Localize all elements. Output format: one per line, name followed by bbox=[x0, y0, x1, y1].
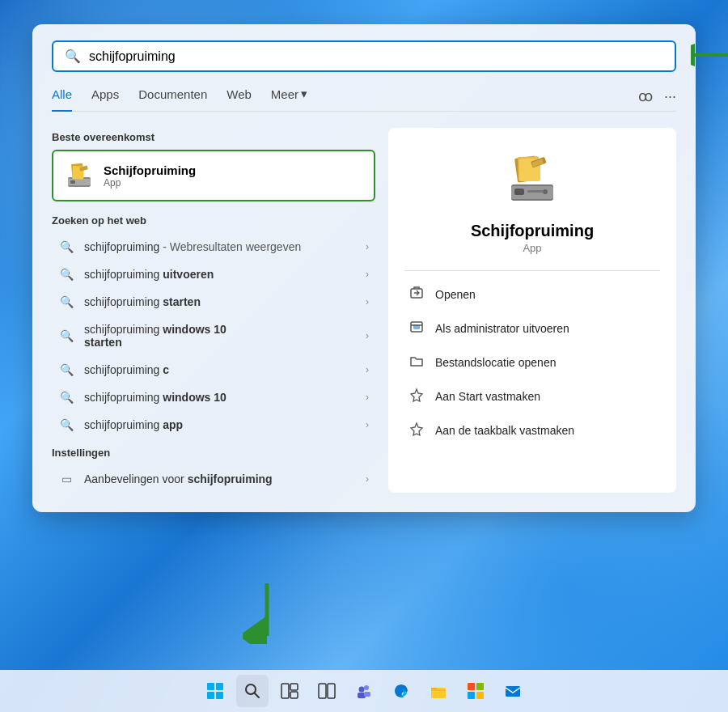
svg-rect-37 bbox=[364, 692, 370, 697]
pin-start-icon bbox=[408, 388, 425, 405]
list-item[interactable]: 🔍 schijfopruiming windows 10 › bbox=[52, 384, 375, 411]
taskbar-task-view[interactable] bbox=[273, 675, 306, 707]
search-input[interactable] bbox=[89, 49, 663, 64]
nav-tabs: Alle Apps Documenten Web Meer ▾ ꝏ ··· bbox=[52, 87, 676, 112]
taskbar-mail[interactable] bbox=[497, 675, 529, 707]
svg-rect-33 bbox=[328, 684, 335, 698]
svg-rect-31 bbox=[290, 692, 298, 698]
svg-rect-29 bbox=[281, 684, 289, 698]
action-open[interactable]: Openen bbox=[404, 278, 660, 312]
tab-apps[interactable]: Apps bbox=[91, 87, 119, 106]
action-pin-start[interactable]: Aan Start vastmaken bbox=[404, 379, 660, 413]
search-small-icon: 🔍 bbox=[58, 268, 74, 281]
more-options-icon[interactable]: ··· bbox=[664, 88, 676, 105]
nav-right-actions: ꝏ ··· bbox=[638, 87, 676, 105]
chevron-right-icon: › bbox=[366, 419, 369, 430]
tab-documenten[interactable]: Documenten bbox=[138, 87, 207, 106]
list-item[interactable]: 🔍 schijfopruiming - Webresultaten weerge… bbox=[52, 233, 375, 261]
taskbar-edge[interactable] bbox=[385, 675, 417, 707]
app-icon-small bbox=[65, 161, 94, 190]
settings-section: Instellingen ▭ Aanbevelingen voor schijf… bbox=[52, 447, 375, 493]
svg-rect-23 bbox=[207, 683, 214, 690]
search-small-icon: 🔍 bbox=[58, 418, 74, 431]
tab-alle[interactable]: Alle bbox=[52, 87, 72, 106]
search-box-container: 🔍 bbox=[52, 40, 676, 72]
share-icon[interactable]: ꝏ bbox=[638, 87, 653, 105]
svg-rect-4 bbox=[70, 180, 75, 184]
svg-rect-30 bbox=[290, 684, 298, 690]
action-admin[interactable]: Als administrator uitvoeren bbox=[404, 312, 660, 345]
chevron-right-icon: › bbox=[366, 392, 369, 403]
chevron-right-icon: › bbox=[366, 269, 369, 280]
search-small-icon: 🔍 bbox=[58, 391, 74, 404]
search-icon: 🔍 bbox=[65, 49, 81, 64]
svg-line-28 bbox=[255, 693, 260, 698]
app-icon-large bbox=[500, 147, 565, 212]
chevron-right-icon: › bbox=[366, 241, 369, 252]
left-panel: Beste overeenkomst bbox=[52, 128, 375, 493]
action-open-label: Openen bbox=[435, 288, 476, 301]
taskbar-snap-layouts[interactable] bbox=[311, 675, 343, 707]
right-panel-app-type: App bbox=[523, 242, 541, 254]
svg-rect-25 bbox=[207, 692, 214, 699]
chevron-right-icon: › bbox=[366, 296, 369, 307]
svg-rect-41 bbox=[468, 692, 475, 699]
content-area: Beste overeenkomst bbox=[52, 128, 676, 493]
action-file-location[interactable]: Bestandslocatie openen bbox=[404, 345, 660, 379]
pin-taskbar-icon bbox=[408, 422, 425, 439]
right-panel-app-title: Schijfopruiming bbox=[471, 222, 594, 240]
settings-item[interactable]: ▭ Aanbevelingen voor schijfopruiming › bbox=[52, 465, 375, 493]
taskbar-store[interactable] bbox=[459, 675, 492, 707]
action-list: Openen Als administrator uitvoeren bbox=[404, 278, 660, 447]
action-pin-taskbar[interactable]: Aan de taakbalk vastmaken bbox=[404, 413, 660, 447]
divider bbox=[404, 270, 660, 271]
svg-rect-40 bbox=[476, 683, 484, 690]
open-icon bbox=[408, 286, 425, 303]
tab-meer[interactable]: Meer ▾ bbox=[271, 87, 307, 106]
search-small-icon: 🔍 bbox=[58, 329, 74, 342]
settings-small-icon: ▭ bbox=[58, 473, 74, 485]
chevron-right-icon: › bbox=[366, 473, 369, 485]
search-small-icon: 🔍 bbox=[58, 295, 74, 308]
list-item[interactable]: 🔍 schijfopruiming windows 10starten › bbox=[52, 316, 375, 356]
action-pin-start-label: Aan Start vastmaken bbox=[435, 390, 540, 403]
action-admin-label: Als administrator uitvoeren bbox=[435, 322, 569, 335]
list-item[interactable]: 🔍 schijfopruiming uitvoeren › bbox=[52, 261, 375, 288]
search-small-icon: 🔍 bbox=[58, 240, 74, 253]
search-panel: 🔍 Alle Apps Documenten Web Meer ▾ ꝏ ··· bbox=[32, 24, 696, 512]
taskbar-teams[interactable] bbox=[348, 675, 380, 707]
chevron-right-icon: › bbox=[366, 364, 369, 375]
best-match-item[interactable]: Schijfopruiming App bbox=[52, 150, 375, 201]
svg-point-34 bbox=[364, 685, 369, 690]
svg-rect-15 bbox=[514, 189, 524, 195]
taskbar-file-explorer[interactable] bbox=[422, 675, 455, 707]
svg-rect-43 bbox=[506, 686, 520, 697]
svg-rect-39 bbox=[468, 683, 475, 690]
svg-rect-42 bbox=[476, 692, 484, 699]
taskbar-start-button[interactable] bbox=[199, 675, 231, 707]
svg-rect-32 bbox=[319, 684, 326, 698]
taskbar bbox=[0, 670, 728, 712]
list-item[interactable]: 🔍 schijfopruiming starten › bbox=[52, 288, 375, 316]
web-section-title: Zoeken op het web bbox=[52, 214, 375, 227]
folder-icon bbox=[408, 354, 425, 371]
svg-rect-17 bbox=[527, 190, 544, 193]
svg-rect-24 bbox=[216, 683, 223, 690]
arrow-down-indicator bbox=[243, 579, 291, 647]
right-panel: Schijfopruiming App Openen bbox=[388, 128, 676, 493]
search-small-icon: 🔍 bbox=[58, 363, 74, 376]
tab-web[interactable]: Web bbox=[226, 87, 252, 106]
svg-rect-26 bbox=[216, 692, 223, 699]
admin-icon bbox=[408, 320, 425, 337]
chevron-down-icon: ▾ bbox=[301, 87, 307, 101]
arrow-indicator bbox=[691, 40, 728, 73]
chevron-right-icon: › bbox=[366, 330, 369, 341]
list-item[interactable]: 🔍 schijfopruiming app › bbox=[52, 411, 375, 439]
taskbar-search-button[interactable] bbox=[236, 675, 269, 707]
action-pin-taskbar-label: Aan de taakbalk vastmaken bbox=[435, 424, 574, 437]
action-file-location-label: Bestandslocatie openen bbox=[435, 356, 556, 369]
svg-point-35 bbox=[359, 687, 365, 693]
list-item[interactable]: 🔍 schijfopruiming c › bbox=[52, 356, 375, 384]
best-match-text: Schijfopruiming App bbox=[104, 163, 196, 189]
settings-section-title: Instellingen bbox=[52, 447, 375, 459]
